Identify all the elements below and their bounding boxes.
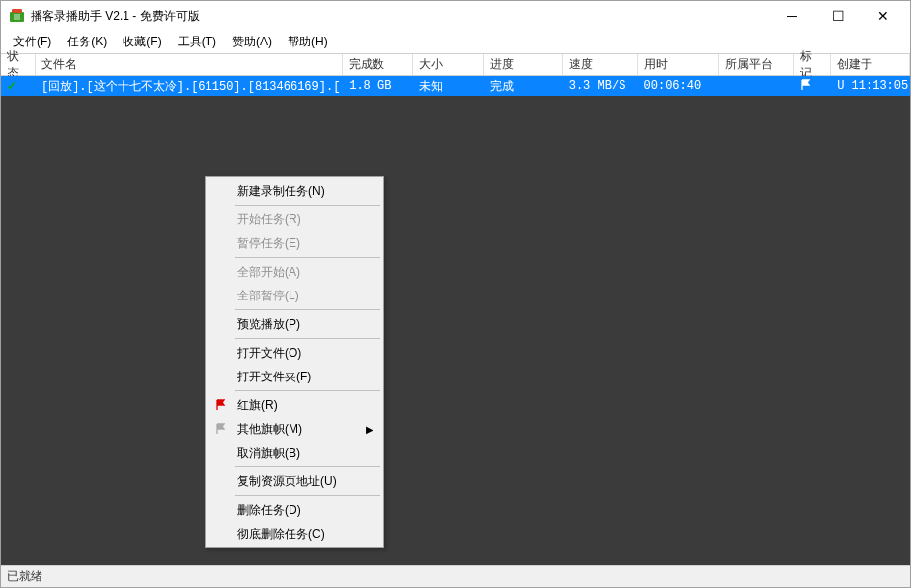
- done-cell: 1.8 GB: [343, 76, 413, 96]
- window-title: 播客录播助手 V2.1 - 免费许可版: [31, 8, 200, 25]
- cm-pause-task: 暂停任务(E): [207, 231, 381, 255]
- submenu-arrow-icon: ▶: [366, 424, 373, 435]
- created-cell: U 11:13:05: [831, 76, 910, 96]
- maximize-button[interactable]: ☐: [815, 1, 861, 31]
- column-headers: 状态 文件名 完成数 大小 进度 速度 用时 所属平台 标记 创建于: [1, 54, 910, 76]
- cm-other-flags[interactable]: 其他旗帜(M) ▶: [207, 417, 381, 441]
- window-controls: ─ ☐ ✕: [770, 1, 906, 31]
- col-mark[interactable]: 标记: [794, 54, 831, 75]
- titlebar: 播客录播助手 V2.1 - 免费许可版 ─ ☐ ✕: [1, 1, 910, 31]
- col-size[interactable]: 大小: [413, 54, 484, 75]
- menu-tools[interactable]: 工具(T): [170, 32, 224, 52]
- filename-cell: [回放].[这个十七不太冷].[61150].[813466169].[...: [36, 76, 343, 96]
- cm-cancel-flag[interactable]: 取消旗帜(B): [207, 441, 381, 464]
- speed-cell: 3.3 MB/S: [563, 76, 638, 96]
- close-button[interactable]: ✕: [861, 1, 906, 31]
- size-cell: 未知: [413, 76, 484, 96]
- cm-red-flag-label: 红旗(R): [237, 397, 278, 414]
- status-text: 已就绪: [7, 568, 42, 585]
- cm-preview[interactable]: 预览播放(P): [207, 312, 381, 336]
- mark-cell: [794, 76, 831, 96]
- platform-cell: [719, 76, 794, 96]
- cm-new-task[interactable]: 新建录制任务(N): [207, 179, 381, 203]
- progress-cell: 完成: [484, 76, 563, 96]
- cm-copy-url[interactable]: 复制资源页地址(U): [207, 469, 381, 493]
- time-cell: 00:06:40: [638, 76, 720, 96]
- app-icon: [9, 8, 25, 24]
- menu-help[interactable]: 帮助(H): [280, 32, 336, 52]
- cm-pause-all: 全部暂停(L): [207, 284, 381, 307]
- red-flag-icon: [213, 399, 229, 411]
- col-progress[interactable]: 进度: [484, 54, 563, 75]
- col-done[interactable]: 完成数: [343, 54, 413, 75]
- cm-delete-forever[interactable]: 彻底删除任务(C): [207, 522, 381, 546]
- menu-tasks[interactable]: 任务(K): [59, 32, 115, 52]
- task-list: ✓ [回放].[这个十七不太冷].[61150].[813466169].[..…: [1, 76, 910, 567]
- svg-rect-2: [14, 14, 20, 20]
- menu-favorites[interactable]: 收藏(F): [115, 32, 169, 52]
- menubar: 文件(F) 任务(K) 收藏(F) 工具(T) 赞助(A) 帮助(H): [1, 31, 910, 54]
- col-created[interactable]: 创建于: [831, 54, 910, 75]
- check-icon: ✓: [7, 79, 17, 93]
- menu-sponsor[interactable]: 赞助(A): [224, 32, 280, 52]
- cm-open-file[interactable]: 打开文件(O): [207, 341, 381, 365]
- cm-other-flags-label: 其他旗帜(M): [237, 421, 302, 438]
- context-menu: 新建录制任务(N) 开始任务(R) 暂停任务(E) 全部开始(A) 全部暂停(L…: [205, 176, 384, 548]
- gray-flag-icon: [213, 423, 229, 435]
- col-time[interactable]: 用时: [638, 54, 720, 75]
- minimize-button[interactable]: ─: [770, 1, 815, 31]
- svg-rect-1: [12, 9, 22, 13]
- col-platform[interactable]: 所属平台: [719, 54, 794, 75]
- col-speed[interactable]: 速度: [563, 54, 638, 75]
- status-cell: ✓: [1, 76, 36, 96]
- col-filename[interactable]: 文件名: [36, 54, 343, 75]
- cm-red-flag[interactable]: 红旗(R): [207, 393, 381, 417]
- table-row[interactable]: ✓ [回放].[这个十七不太冷].[61150].[813466169].[..…: [1, 76, 910, 96]
- statusbar: 已就绪: [1, 565, 910, 587]
- cm-delete-task[interactable]: 删除任务(D): [207, 498, 381, 522]
- col-status[interactable]: 状态: [1, 54, 36, 75]
- cm-start-task: 开始任务(R): [207, 208, 381, 231]
- flag-icon: [800, 79, 812, 94]
- cm-open-folder[interactable]: 打开文件夹(F): [207, 365, 381, 388]
- cm-start-all: 全部开始(A): [207, 260, 381, 284]
